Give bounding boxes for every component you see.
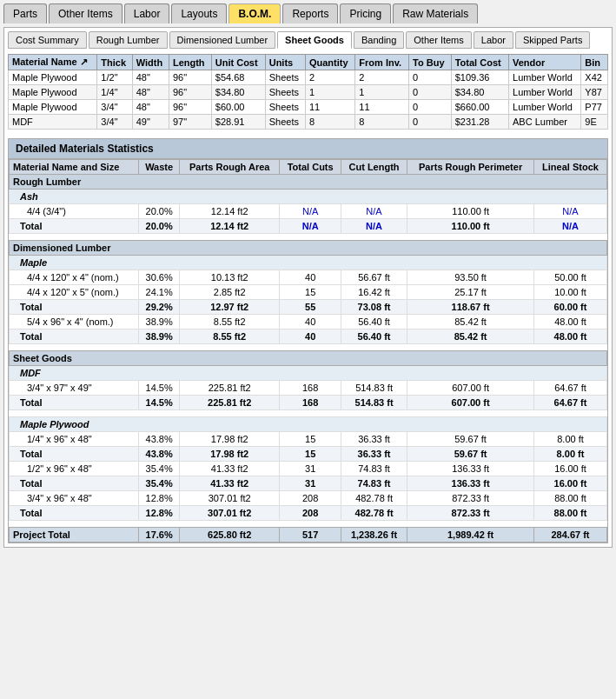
stats-table: Material Name and SizeWasteParts Rough A…	[9, 159, 607, 543]
stats-cell: 5/4 x 96" x 4" (nom.)	[10, 315, 139, 330]
sheet-goods-cell: Sheets	[265, 70, 305, 85]
stats-total-cell: Total	[10, 300, 139, 315]
stats-cell: 225.81 ft2	[179, 381, 279, 396]
stats-cell: 17.98 ft2	[179, 432, 279, 447]
sub-tab-rough-lumber[interactable]: Rough Lumber	[89, 31, 168, 49]
stats-cell: 41.33 ft2	[179, 462, 279, 476]
top-tab-labor[interactable]: Labor	[124, 3, 170, 23]
sheet-goods-cell: 1/4"	[97, 85, 132, 100]
sheet-goods-cell: $109.36	[451, 70, 508, 85]
stats-total-cell: 20.0%	[139, 219, 180, 234]
stats-cell: 36.33 ft	[341, 432, 407, 447]
stats-project-total-cell: 1,989.42 ft	[407, 528, 534, 543]
top-tab-layouts[interactable]: Layouts	[171, 3, 227, 23]
stats-total-cell: 136.33 ft	[407, 476, 534, 491]
stats-cell: 12.14 ft2	[179, 204, 279, 219]
col-header-unit-cost: Unit Cost	[211, 55, 265, 70]
stats-total-cell: 55	[280, 300, 341, 315]
stats-total-cell: N/A	[280, 219, 341, 234]
sub-tab-dimensioned-lumber[interactable]: Dimensioned Lumber	[169, 31, 276, 49]
stats-sub-header: MDF	[10, 366, 607, 381]
stats-cell: 208	[280, 491, 341, 506]
sheet-goods-cell: 0	[409, 85, 452, 100]
stats-data-row: 4/4 (3/4")20.0%12.14 ft2N/AN/A110.00 ftN…	[10, 204, 607, 219]
stats-cell: 4/4 x 120" x 5" (nom.)	[10, 285, 139, 300]
sub-tab-labor[interactable]: Labor	[474, 31, 513, 49]
stats-cell: 3/4" x 96" x 48"	[10, 491, 139, 506]
top-tab-reports[interactable]: Reports	[282, 3, 338, 23]
stats-total-cell: N/A	[341, 219, 407, 234]
stats-cell: 16.00 ft	[534, 462, 607, 476]
top-tab-raw-materials[interactable]: Raw Materials	[393, 3, 478, 23]
sheet-goods-cell: $660.00	[451, 100, 508, 115]
sub-tab-sheet-goods[interactable]: Sheet Goods	[277, 31, 352, 49]
stats-cell: 88.00 ft	[534, 491, 607, 506]
stats-col-header: Material Name and Size	[10, 160, 139, 175]
sub-tab-other-items[interactable]: Other Items	[406, 31, 471, 49]
stats-data-row: 4/4 x 120" x 4" (nom.)30.6%10.13 ft24056…	[10, 270, 607, 285]
top-tab-other-items[interactable]: Other Items	[49, 3, 123, 23]
stats-total-cell: 35.4%	[139, 476, 180, 491]
stats-data-row: 1/2" x 96" x 48"35.4%41.33 ft23174.83 ft…	[10, 462, 607, 476]
stats-total-row: Total38.9%8.55 ft24056.40 ft85.42 ft48.0…	[10, 330, 607, 344]
stats-total-cell: 59.67 ft	[407, 447, 534, 462]
stats-cell: 35.4%	[139, 462, 180, 476]
sheet-goods-cell: $34.80	[451, 85, 508, 100]
sheet-goods-row: MDF3/4"49"97"$28.91Sheets880$231.28ABC L…	[9, 115, 608, 130]
stats-total-cell: 16.00 ft	[534, 476, 607, 491]
stats-col-header: Parts Rough Area	[179, 160, 279, 175]
stats-total-cell: 14.5%	[139, 396, 180, 410]
sheet-goods-cell: 48"	[132, 70, 169, 85]
stats-cell: 59.67 ft	[407, 432, 534, 447]
stats-cell: 48.00 ft	[534, 315, 607, 330]
sheet-goods-cell: Lumber World	[509, 85, 581, 100]
sub-tab-skipped-parts[interactable]: Skipped Parts	[515, 31, 590, 49]
stats-cell: 307.01 ft2	[179, 491, 279, 506]
stats-cell: 12.8%	[139, 491, 180, 506]
stats-total-cell: 208	[280, 506, 341, 521]
stats-cell: 93.50 ft	[407, 270, 534, 285]
main-content-area: Cost SummaryRough LumberDimensioned Lumb…	[3, 27, 613, 548]
stats-total-cell: Total	[10, 219, 139, 234]
sheet-goods-cell: 3/4"	[97, 100, 132, 115]
stats-cell: 30.6%	[139, 270, 180, 285]
stats-col-header: Total Cuts	[280, 160, 341, 175]
sheet-goods-cell: 2	[355, 70, 409, 85]
stats-cell: 85.42 ft	[407, 315, 534, 330]
stats-cell: 56.40 ft	[341, 315, 407, 330]
top-tab-pricing[interactable]: Pricing	[340, 3, 391, 23]
sheet-goods-table-header: Material Name ↗ThickWidthLengthUnit Cost…	[9, 55, 608, 70]
stats-total-cell: 73.08 ft	[341, 300, 407, 315]
sheet-goods-cell: $28.91	[211, 115, 265, 130]
stats-cell: 74.83 ft	[341, 462, 407, 476]
col-header-vendor: Vendor	[509, 55, 581, 70]
stats-cell: 40	[280, 315, 341, 330]
stats-cell: 50.00 ft	[534, 270, 607, 285]
stats-cell: 38.9%	[139, 315, 180, 330]
sub-tab-cost-summary[interactable]: Cost Summary	[8, 31, 87, 49]
stats-total-cell: Total	[10, 396, 139, 410]
stats-total-cell: 31	[280, 476, 341, 491]
stats-total-cell: 12.14 ft2	[179, 219, 279, 234]
stats-table-header: Material Name and SizeWasteParts Rough A…	[10, 160, 607, 175]
stats-total-cell: Total	[10, 476, 139, 491]
stats-total-row: Total43.8%17.98 ft21536.33 ft59.67 ft8.0…	[10, 447, 607, 462]
stats-col-header: Waste	[139, 160, 180, 175]
sheet-goods-cell: 96"	[169, 100, 211, 115]
stats-cell: 4/4 (3/4")	[10, 204, 139, 219]
stats-cell: 8.00 ft	[534, 432, 607, 447]
stats-project-total-row: Project Total17.6%625.80 ft25171,238.26 …	[10, 528, 607, 543]
stats-total-cell: 12.97 ft2	[179, 300, 279, 315]
sub-tab-banding[interactable]: Banding	[354, 31, 404, 49]
top-tab-b.o.m.[interactable]: B.O.M.	[229, 3, 281, 23]
sheet-goods-cell: 48"	[132, 85, 169, 100]
stats-total-cell: 110.00 ft	[407, 219, 534, 234]
sheet-goods-cell: $34.80	[211, 85, 265, 100]
top-tab-parts[interactable]: Parts	[3, 3, 47, 23]
stats-cell: 136.33 ft	[407, 462, 534, 476]
sheet-goods-cell: 49"	[132, 115, 169, 130]
stats-cell: 8.55 ft2	[179, 315, 279, 330]
sheet-goods-table: Material Name ↗ThickWidthLengthUnit Cost…	[8, 54, 608, 130]
col-header-from-inv.: From Inv.	[355, 55, 409, 70]
sheet-goods-cell: Maple Plywood	[9, 70, 97, 85]
